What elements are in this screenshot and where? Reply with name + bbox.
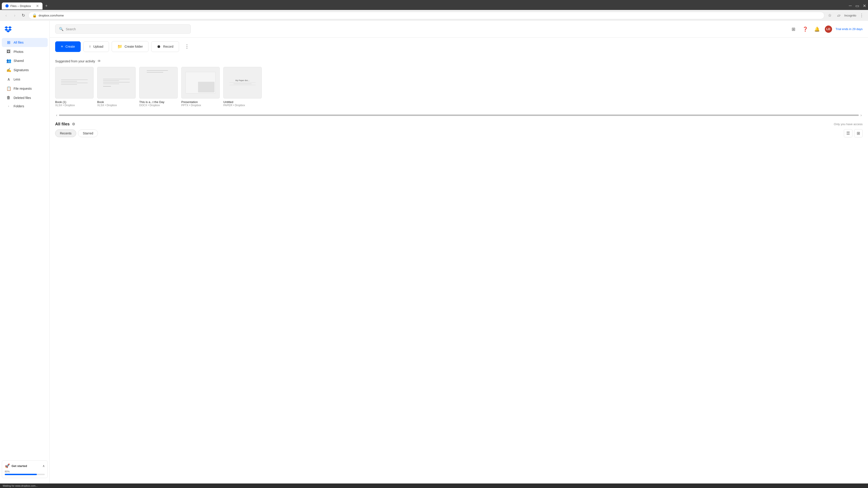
get-started-header: 🚀 Get started ∧: [5, 463, 45, 468]
help-button[interactable]: ❓: [801, 25, 809, 33]
search-bar[interactable]: 🔍 Search: [55, 24, 191, 34]
header: 🔍 Search ⊞ ❓ 🔔 LD Trial ends in 29 days: [50, 21, 868, 37]
folder-icon: 📁: [117, 44, 122, 49]
get-started-collapse-icon[interactable]: ∧: [42, 464, 45, 468]
all-files-title: All files ⚙: [55, 122, 75, 127]
file-card-paper[interactable]: My Paper doc... Untitled PAPER • Dropbox: [223, 67, 262, 107]
create-plus-icon: +: [61, 44, 63, 49]
new-tab-button[interactable]: +: [43, 3, 50, 9]
sidebar-item-all-files[interactable]: ⊞ All files: [2, 38, 48, 47]
dropbox-favicon: [5, 4, 8, 7]
list-view-button[interactable]: ☰: [844, 129, 852, 137]
browser-tab-active[interactable]: Files – Dropbox ✕: [2, 2, 42, 9]
status-text: Waiting for www.dropbox.com...: [3, 484, 37, 487]
file-name-paper: Untitled: [223, 100, 262, 104]
record-label: Record: [163, 45, 174, 48]
file-card-book[interactable]: Book XLSX • Dropbox: [97, 67, 135, 107]
browser-menu-button[interactable]: ⋮: [858, 12, 865, 19]
back-button[interactable]: ‹: [3, 12, 9, 19]
search-placeholder: Search: [66, 27, 76, 31]
sidebar-item-photos[interactable]: 🖼 Photos: [2, 47, 48, 56]
sidebar-label-shared: Shared: [13, 59, 43, 63]
grid-view-button[interactable]: ⊞: [854, 129, 863, 137]
sidebar-item-deleted-files[interactable]: 🗑 Deleted files: [2, 93, 48, 102]
all-files-access-label: Only you have access: [834, 123, 863, 126]
file-thumb-pptx: [181, 67, 220, 98]
minimize-button[interactable]: ─: [849, 3, 852, 8]
trial-banner[interactable]: Trial ends in 29 days: [836, 27, 863, 31]
scroll-track[interactable]: [59, 115, 859, 116]
pptx-inner-thumb: [198, 82, 215, 92]
address-bar[interactable]: 🔒 dropbox.com/home: [29, 12, 825, 19]
browser-tabs: Files – Dropbox ✕ + ─ ▭ ✕: [0, 0, 868, 10]
all-files-icon: ⊞: [6, 40, 11, 45]
app-container: ⊞ All files 🖼 Photos 👥 Shared ✍ Signatur…: [0, 21, 868, 484]
suggested-title: Suggested from your activity: [55, 59, 95, 63]
file-thumb-book1: [55, 67, 94, 98]
sidebar-label-signatures: Signatures: [13, 68, 43, 72]
create-button[interactable]: + Create: [55, 41, 81, 52]
reload-button[interactable]: ↻: [20, 12, 27, 19]
avatar-initials: LD: [827, 27, 830, 31]
file-card-book1[interactable]: Book (1) XLSX • Dropbox: [55, 67, 94, 107]
suggested-eye-icon[interactable]: 👁: [97, 59, 101, 63]
address-lock-icon: 🔒: [32, 13, 37, 18]
apps-grid-button[interactable]: ⊞: [789, 25, 798, 33]
sidebar-toggle-button[interactable]: ▱: [835, 12, 842, 19]
paper-doc-title-thumb: My Paper doc...: [235, 79, 250, 82]
record-button[interactable]: ⏺ Record: [151, 41, 179, 52]
upload-button[interactable]: ↑ Upload: [84, 41, 109, 52]
file-meta-book: XLSX • Dropbox: [97, 104, 135, 107]
sidebar-item-shared[interactable]: 👥 Shared: [2, 56, 48, 65]
sidebar-bottom: 🚀 Get started ∧ 80%: [0, 458, 50, 481]
file-card-docx[interactable]: This is a...t the Day DOCX • Dropbox: [139, 67, 178, 107]
file-meta-book1: XLSX • Dropbox: [55, 104, 94, 107]
deleted-files-icon: 🗑: [6, 95, 11, 100]
file-card-pptx[interactable]: Presentation PPTX • Dropbox: [181, 67, 220, 107]
main-content: 🔍 Search ⊞ ❓ 🔔 LD Trial ends in 29 days …: [50, 21, 868, 484]
suggested-header: Suggested from your activity 👁: [55, 59, 863, 63]
upload-label: Upload: [93, 45, 103, 48]
browser-nav: ‹ › ↻ 🔒 dropbox.com/home ☆ ▱ Incognito ⋮: [0, 10, 868, 21]
close-window-button[interactable]: ✕: [863, 3, 866, 8]
sidebar-logo[interactable]: [0, 24, 50, 38]
sidebar-label-photos: Photos: [13, 50, 43, 54]
address-url: dropbox.com/home: [39, 14, 820, 17]
notifications-button[interactable]: 🔔: [813, 25, 821, 33]
status-bar: Waiting for www.dropbox.com...: [0, 484, 868, 488]
horizontal-scroll-area: ‹ ›: [50, 112, 868, 118]
file-thumb-lines-book1: [61, 79, 88, 86]
sidebar-item-signatures[interactable]: ✍ Signatures: [2, 66, 48, 74]
sidebar-label-file-requests: File requests: [13, 87, 43, 90]
upload-icon: ↑: [89, 44, 91, 49]
tab-recents[interactable]: Recents: [55, 129, 76, 137]
action-bar: + Create ↑ Upload 📁 Create folder ⏺ Reco…: [50, 37, 868, 56]
create-folder-button[interactable]: 📁 Create folder: [112, 41, 149, 52]
sidebar-item-less[interactable]: ∧ Less: [2, 75, 48, 84]
sidebar-navigation: ⊞ All files 🖼 Photos 👥 Shared ✍ Signatur…: [0, 38, 50, 458]
file-name-book1: Book (1): [55, 100, 94, 104]
get-started-card[interactable]: 🚀 Get started ∧ 80%: [2, 460, 48, 478]
maximize-button[interactable]: ▭: [855, 3, 859, 8]
browser-nav-right: ☆ ▱ Incognito ⋮: [826, 12, 865, 19]
window-controls: ─ ▭ ✕: [849, 3, 866, 8]
forward-button[interactable]: ›: [11, 12, 18, 19]
scroll-left-button[interactable]: ‹: [55, 112, 58, 118]
scroll-thumb: [59, 115, 859, 116]
file-thumb-docx: [139, 67, 178, 98]
sidebar-item-folders[interactable]: › Folders: [2, 102, 48, 110]
scroll-right-button[interactable]: ›: [860, 112, 863, 118]
tab-starred[interactable]: Starred: [78, 129, 98, 137]
create-label: Create: [66, 45, 75, 48]
avatar[interactable]: LD: [825, 26, 832, 33]
sidebar-item-file-requests[interactable]: 📋 File requests: [2, 84, 48, 93]
sidebar-label-folders: Folders: [13, 104, 43, 108]
bookmark-button[interactable]: ☆: [826, 12, 833, 19]
file-thumb-paper: My Paper doc...: [223, 67, 262, 98]
file-meta-docx: DOCX • Dropbox: [139, 104, 178, 107]
tab-close-button[interactable]: ✕: [36, 4, 39, 8]
all-files-settings-icon[interactable]: ⚙: [72, 122, 75, 126]
more-actions-button[interactable]: ⋮: [182, 42, 192, 51]
less-chevron-icon: ∧: [6, 77, 11, 82]
file-thumb-book: [97, 67, 135, 98]
